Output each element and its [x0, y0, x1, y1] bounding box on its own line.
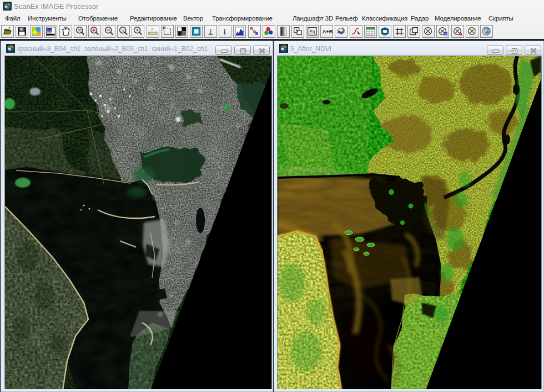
svg-text:?: ?	[150, 27, 153, 32]
svg-text:M: M	[444, 32, 448, 37]
svg-text:1: 1	[122, 28, 124, 33]
svg-text:1: 1	[209, 28, 212, 36]
svg-text:A+B: A+B	[323, 29, 333, 34]
svg-text:i: i	[224, 28, 226, 36]
svg-text:B: B	[255, 31, 258, 36]
svg-text:Eq: Eq	[310, 29, 315, 34]
